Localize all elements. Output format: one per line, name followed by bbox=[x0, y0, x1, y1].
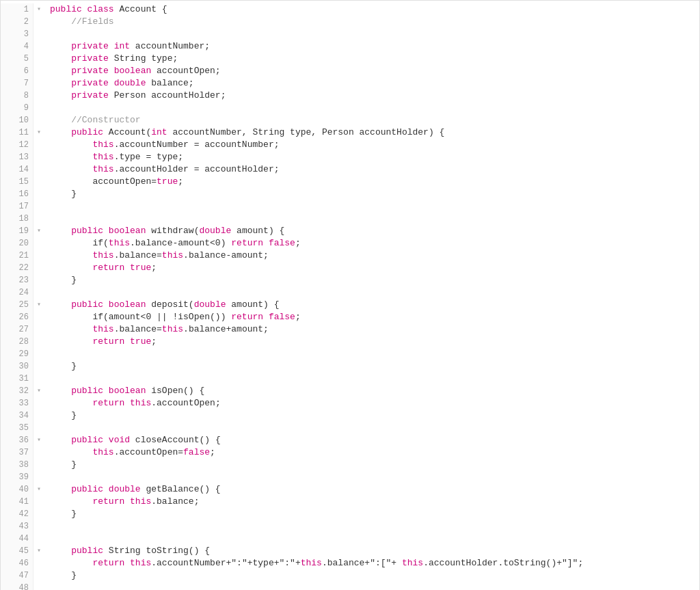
code-content: return true; bbox=[44, 262, 699, 274]
token-plain: .type = type; bbox=[114, 152, 183, 162]
token-plain bbox=[50, 386, 71, 396]
token-plain bbox=[50, 250, 92, 260]
fold-arrow[interactable]: ▾ bbox=[33, 483, 44, 496]
fold-arrow bbox=[33, 557, 44, 569]
line-number: 7 bbox=[1, 77, 33, 90]
code-editor: 1▾public class Account {2 //Fields3 4 pr… bbox=[0, 0, 700, 590]
token-kw: boolean bbox=[109, 226, 146, 236]
token-plain bbox=[124, 496, 130, 507]
fold-arrow bbox=[33, 139, 44, 151]
line-number: 31 bbox=[1, 373, 33, 385]
fold-arrow[interactable]: ▾ bbox=[33, 126, 44, 139]
line-number: 15 bbox=[1, 176, 33, 188]
token-plain: } bbox=[50, 275, 77, 285]
code-content: } bbox=[44, 360, 699, 373]
fold-arrow bbox=[33, 40, 44, 53]
fold-arrow bbox=[33, 397, 44, 410]
code-content: public class Account { bbox=[44, 3, 699, 16]
line-number: 39 bbox=[1, 471, 33, 483]
token-plain: .balance; bbox=[151, 496, 199, 507]
token-plain bbox=[50, 558, 92, 568]
fold-arrow[interactable]: ▾ bbox=[33, 434, 44, 446]
token-plain: String type; bbox=[109, 53, 178, 64]
code-line: 41 return this.balance; bbox=[1, 496, 699, 508]
code-line: 19▾ public boolean withdraw(double amoun… bbox=[1, 225, 699, 237]
code-line: 3 bbox=[1, 28, 699, 40]
token-plain: } bbox=[50, 509, 77, 519]
code-line: 37 this.accountOpen=false; bbox=[1, 446, 699, 459]
line-number: 43 bbox=[1, 520, 33, 533]
code-content: this.accountHolder = accountHolder; bbox=[44, 163, 699, 176]
token-kw: public bbox=[71, 386, 103, 396]
line-number: 34 bbox=[1, 410, 33, 422]
fold-arrow bbox=[33, 176, 44, 188]
fold-arrow bbox=[33, 114, 44, 126]
code-line: 46 return this.accountNumber+":"+type+":… bbox=[1, 557, 699, 569]
token-plain bbox=[109, 78, 114, 88]
line-number: 35 bbox=[1, 422, 33, 434]
code-line: 35 bbox=[1, 422, 699, 434]
fold-arrow[interactable]: ▾ bbox=[33, 225, 44, 237]
code-line: 13 this.type = type; bbox=[1, 151, 699, 163]
fold-arrow bbox=[33, 102, 44, 114]
line-number: 41 bbox=[1, 496, 33, 508]
token-plain: getBalance() { bbox=[141, 484, 221, 494]
code-line: 17 bbox=[1, 200, 699, 213]
code-line: 14 this.accountHolder = accountHolder; bbox=[1, 163, 699, 176]
token-plain: } bbox=[50, 459, 77, 470]
token-kw: return bbox=[92, 558, 124, 568]
token-plain bbox=[50, 176, 92, 187]
code-content: public String toString() { bbox=[44, 545, 699, 557]
token-kw: double bbox=[114, 78, 146, 88]
token-kw: public bbox=[71, 299, 103, 310]
token-plain: accountNumber, String type, Person accou… bbox=[167, 127, 445, 137]
token-plain: .accountOpen= bbox=[114, 447, 183, 457]
code-content bbox=[44, 213, 699, 225]
token-kw: public bbox=[71, 226, 103, 236]
fold-arrow[interactable]: ▾ bbox=[33, 545, 44, 557]
fold-arrow[interactable]: ▾ bbox=[33, 299, 44, 311]
fold-arrow[interactable]: ▾ bbox=[33, 385, 44, 397]
token-plain bbox=[50, 435, 71, 445]
line-number: 13 bbox=[1, 151, 33, 163]
code-content: return true; bbox=[44, 336, 699, 348]
token-plain: deposit( bbox=[146, 299, 193, 310]
fold-arrow bbox=[33, 250, 44, 262]
code-content: private Person accountHolder; bbox=[44, 90, 699, 102]
code-content: this.accountNumber = accountNumber; bbox=[44, 139, 699, 151]
code-line: 39 bbox=[1, 471, 699, 483]
fold-arrow bbox=[33, 533, 44, 545]
line-number: 30 bbox=[1, 360, 33, 373]
fold-arrow bbox=[33, 262, 44, 274]
token-kw: private bbox=[71, 66, 109, 76]
fold-arrow bbox=[33, 569, 44, 582]
token-kw: private bbox=[71, 78, 109, 88]
token-plain bbox=[50, 447, 92, 457]
token-plain: .accountOpen; bbox=[151, 398, 220, 408]
token-kw: true bbox=[130, 263, 151, 273]
code-content: public void closeAccount() { bbox=[44, 434, 699, 446]
token-plain bbox=[50, 90, 71, 100]
token-cm: //Constructor bbox=[71, 115, 140, 125]
fold-arrow bbox=[33, 446, 44, 459]
code-line: 23 } bbox=[1, 274, 699, 286]
code-content: return this.balance; bbox=[44, 496, 699, 508]
fold-arrow[interactable]: ▾ bbox=[33, 3, 44, 16]
token-kw: this bbox=[301, 558, 322, 568]
token-plain bbox=[50, 127, 71, 137]
code-line: 44 bbox=[1, 533, 699, 545]
token-plain: ; bbox=[151, 263, 157, 273]
token-plain bbox=[103, 226, 109, 236]
code-line: 20 if(this.balance-amount<0) return fals… bbox=[1, 237, 699, 250]
fold-arrow bbox=[33, 28, 44, 40]
code-line: 45▾ public String toString() { bbox=[1, 545, 699, 557]
code-line: 32▾ public boolean isOpen() { bbox=[1, 385, 699, 397]
token-plain: String toString() { bbox=[103, 546, 210, 556]
line-number: 1 bbox=[1, 3, 33, 16]
code-line: 47 } bbox=[1, 569, 699, 582]
code-content: } bbox=[44, 508, 699, 520]
token-kw: public bbox=[71, 435, 103, 445]
code-line: 8 private Person accountHolder; bbox=[1, 90, 699, 102]
code-content: public Account(int accountNumber, String… bbox=[44, 126, 699, 139]
line-number: 42 bbox=[1, 508, 33, 520]
